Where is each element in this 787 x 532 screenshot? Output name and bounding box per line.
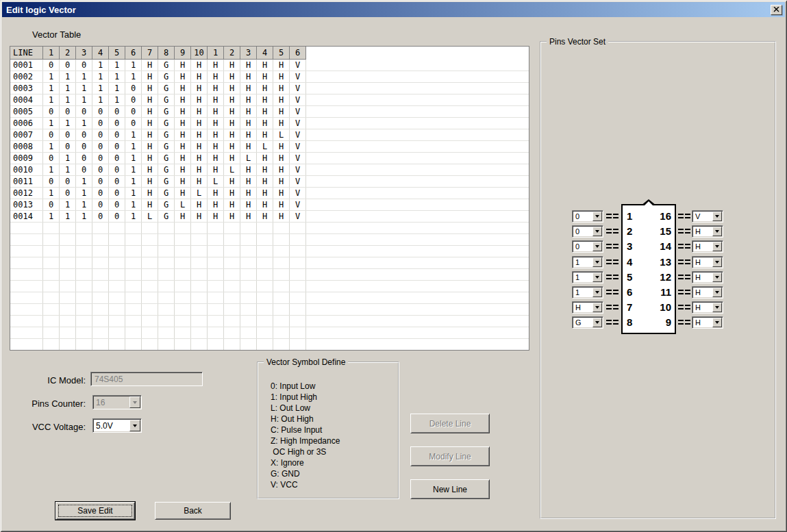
dropdown-arrow-icon[interactable] <box>712 227 722 236</box>
vector-cell: 1 <box>76 211 92 222</box>
vector-cell: 1 <box>92 83 109 94</box>
dropdown-arrow-icon[interactable] <box>712 242 722 251</box>
vcc-voltage-dropdown[interactable]: 5.0V <box>92 418 142 433</box>
vector-cell: 0 <box>76 129 92 140</box>
vector-cell <box>142 281 158 292</box>
pin-connector-icon <box>685 214 690 218</box>
vector-cell: 0 <box>76 153 92 164</box>
vector-cell: 0 <box>43 153 60 164</box>
table-row[interactable]: 0004111110HGHHHHHHHV <box>10 94 529 106</box>
table-row[interactable]: 0005000000HGHHHHHHHV <box>10 106 529 118</box>
dropdown-arrow-icon[interactable] <box>592 212 602 221</box>
dropdown-arrow-icon[interactable] <box>592 227 602 236</box>
new-line-button[interactable]: New Line <box>410 479 490 499</box>
vector-cell: H <box>257 199 273 210</box>
vector-cell: H <box>240 176 257 187</box>
vector-cell <box>60 257 76 268</box>
vector-cell <box>224 339 240 350</box>
dropdown-arrow-icon[interactable] <box>592 303 602 312</box>
vector-cell <box>240 246 257 257</box>
vector-cell: 0 <box>92 211 109 222</box>
vector-cell: 1 <box>109 94 125 105</box>
table-row[interactable]: 0009010001HGHHHHLHHV <box>10 153 529 164</box>
table-row[interactable]: 0011001001HGHHLHHHHV <box>10 176 529 188</box>
dropdown-arrow-icon[interactable] <box>712 318 722 327</box>
vector-cell: H <box>142 83 158 94</box>
vector-cell: H <box>175 176 191 187</box>
table-row[interactable]: 0003111110HGHHHHHHHV <box>10 83 529 94</box>
vector-cell: 0 <box>109 164 125 175</box>
dropdown-arrow-icon[interactable] <box>129 420 140 431</box>
vector-cell: H <box>175 106 191 117</box>
pin-16-dropdown[interactable]: V <box>692 210 723 223</box>
pin-connector-icon <box>678 229 684 233</box>
vector-cell: H <box>142 153 158 164</box>
pin-15-dropdown[interactable]: H <box>692 225 723 238</box>
pin-5-dropdown[interactable]: 1 <box>572 271 603 283</box>
pin-connector-icon <box>606 244 612 249</box>
header-cell-pin: 6 <box>125 47 142 60</box>
pin-value: H <box>692 287 712 298</box>
pin-1-dropdown[interactable]: 0 <box>572 210 603 223</box>
pin-6-dropdown[interactable]: 1 <box>572 286 603 299</box>
dropdown-arrow-icon[interactable] <box>592 257 602 267</box>
vector-cell <box>208 304 224 315</box>
header-cell-pin: 2 <box>224 47 240 60</box>
save-edit-button[interactable]: Save Edit <box>55 502 135 520</box>
vector-cell: H <box>175 60 191 71</box>
pin-14-dropdown[interactable]: H <box>692 240 723 253</box>
table-row[interactable]: 0014111001LGHHHHHHHV <box>10 211 529 223</box>
vector-cell: H <box>175 141 191 152</box>
dropdown-arrow-icon[interactable] <box>592 318 602 327</box>
close-button[interactable] <box>771 5 782 15</box>
pin-8-dropdown[interactable]: G <box>572 316 603 329</box>
vector-cell: H <box>240 199 257 210</box>
vector-cell: G <box>158 188 175 199</box>
vector-cell <box>158 304 175 315</box>
pin-11-dropdown[interactable]: H <box>692 286 723 299</box>
vector-cell: H <box>257 94 273 105</box>
table-row[interactable]: 0006111000HGHHHHHHHV <box>10 118 529 129</box>
pin-9-dropdown[interactable]: H <box>692 316 723 329</box>
table-row[interactable]: 0002111111HGHHHHHHHV <box>10 71 529 83</box>
pin-3-dropdown[interactable]: 0 <box>572 240 603 253</box>
dropdown-arrow-icon[interactable] <box>712 303 722 312</box>
vector-cell <box>240 269 257 280</box>
pin-13-dropdown[interactable]: H <box>692 256 723 268</box>
table-row[interactable]: 0001000111HGHHHHHHHV <box>10 60 529 71</box>
vector-cell: H <box>142 129 158 140</box>
vector-cell: L <box>240 153 257 164</box>
table-row[interactable]: 0010110001HGHHHLHHHV <box>10 164 529 176</box>
pin-7-dropdown[interactable]: H <box>572 301 603 314</box>
line-number-cell: 0006 <box>10 118 43 129</box>
dropdown-arrow-icon[interactable] <box>592 288 602 297</box>
dropdown-arrow-icon[interactable] <box>712 257 722 267</box>
pin-10-dropdown[interactable]: H <box>692 301 723 314</box>
dropdown-arrow-icon[interactable] <box>712 212 722 221</box>
table-row[interactable]: 0007000001HGHHHHHHLV <box>10 129 529 141</box>
dropdown-arrow-icon[interactable] <box>592 242 602 251</box>
vector-cell: V <box>290 188 306 199</box>
vector-cell <box>290 246 306 257</box>
vector-cell: H <box>257 211 273 222</box>
dropdown-arrow-icon[interactable] <box>592 273 602 282</box>
table-row[interactable]: 0012101001HGHLHHHHHV <box>10 188 529 199</box>
back-button[interactable]: Back <box>155 502 231 520</box>
pin-value: 0 <box>573 211 592 222</box>
vector-cell: 1 <box>92 60 109 71</box>
vector-cell: G <box>158 164 175 175</box>
table-row[interactable]: 0008100001HGHHHHHLHV <box>10 141 529 153</box>
table-row[interactable]: 0013011001HGLHHHHHHV <box>10 199 529 211</box>
pin-4-dropdown[interactable]: 1 <box>572 256 603 268</box>
vector-cell: 0 <box>109 106 125 117</box>
vector-cell: 1 <box>43 94 60 105</box>
dropdown-arrow-icon[interactable] <box>712 273 722 282</box>
vector-cell: H <box>257 71 273 82</box>
line-number-cell: 0004 <box>10 94 43 105</box>
vector-cell <box>125 281 142 292</box>
symbol-define-line: V: VCC <box>271 479 340 490</box>
pin-2-dropdown[interactable]: 0 <box>572 225 603 238</box>
dropdown-arrow-icon[interactable] <box>712 288 722 297</box>
pin-12-dropdown[interactable]: H <box>692 271 723 283</box>
pin-value: G <box>573 317 592 328</box>
